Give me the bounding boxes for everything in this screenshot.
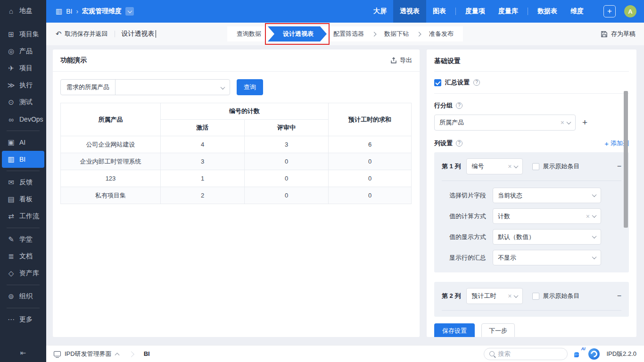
calc-method-value: 计数 — [498, 212, 584, 221]
cell-product: 123 — [61, 170, 161, 187]
sidebar-item-home[interactable]: ⌂ 地盘 — [2, 2, 44, 19]
sidebar-item-feedback[interactable]: ✉ 反馈 — [2, 174, 44, 191]
field-row: 显示行的汇总 不显示 — [442, 250, 621, 265]
collapse-column-button[interactable]: − — [617, 162, 621, 171]
chevron-up-icon — [115, 353, 119, 357]
step-query-data[interactable]: 查询数据 — [233, 30, 265, 38]
main-column: ▥ BI › 宏观管理维度 大屏 透视表 图表 度量项 度量库 数据表 维度 +… — [46, 0, 644, 362]
save-settings-button[interactable]: 保存设置 — [434, 323, 475, 337]
sidebar-item-project[interactable]: ✈ 项目 — [2, 60, 44, 77]
cell-sum: 0 — [329, 170, 412, 187]
search-input[interactable] — [498, 350, 562, 357]
step-design-pivot[interactable]: 设计透视表 — [268, 26, 327, 41]
tab-measures[interactable]: 度量项 — [459, 0, 492, 23]
preview-panel: 功能演示 导出 需求的所属产品 — [53, 49, 420, 337]
sidebar-item-academy[interactable]: ✎ 学堂 — [2, 231, 44, 248]
row-group-header: 行分组 — [434, 94, 629, 115]
show-raw-checkbox[interactable] — [532, 293, 539, 300]
sidebar-item-devops[interactable]: ∞ DevOps — [2, 111, 44, 128]
topbar-tabs: 大屏 透视表 图表 度量项 度量库 数据表 维度 — [367, 0, 590, 23]
tab-dashboard[interactable]: 大屏 — [367, 0, 393, 23]
query-button[interactable]: 查询 — [237, 79, 263, 95]
add-row-group-button[interactable]: + — [582, 117, 587, 128]
global-search[interactable] — [484, 348, 568, 360]
tab-dimensions[interactable]: 维度 — [564, 0, 590, 23]
create-new-button[interactable]: + — [603, 5, 616, 17]
column-1-field-select[interactable]: 编号 × — [466, 158, 523, 174]
chevron-down-icon — [592, 213, 597, 218]
sidebar-item-product[interactable]: ◎ 产品 — [2, 43, 44, 60]
breadcrumb-dropdown-button[interactable] — [125, 7, 134, 16]
sidebar-item-label: BI — [19, 156, 25, 163]
sidebar-item-test[interactable]: ⊙ 测试 — [2, 94, 44, 111]
calc-method-select[interactable]: 计数 × — [493, 208, 601, 224]
clear-icon[interactable]: × — [586, 213, 590, 220]
save-as-draft-label: 存为草稿 — [611, 30, 636, 38]
sidebar-item-label: 资产库 — [19, 269, 39, 278]
row-group-label: 行分组 — [434, 101, 453, 110]
ai-assistant-button[interactable]: ⋯ AI — [574, 350, 579, 358]
home-icon: ⌂ — [7, 7, 15, 15]
avatar[interactable]: A — [624, 5, 636, 17]
sidebar: ⌂ 地盘 ⊞ 项目集 ◎ 产品 ✈ 项目 ≫ 执行 ⊙ 测试 ∞ DevOps — [0, 0, 46, 362]
column-1-field-value: 编号 — [471, 162, 506, 171]
sidebar-item-ai[interactable]: ▣ AI — [2, 134, 44, 151]
pivot-toolbar: 取消保存并返回 设计透视表 查询数据 设计透视表 配置筛选器 数据下钻 准备发布 — [46, 23, 644, 45]
sidebar-item-assets[interactable]: ◇ 资产库 — [2, 265, 44, 282]
row-summary-select[interactable]: 不显示 — [493, 250, 601, 265]
slice-field-select[interactable]: 当前状态 — [493, 188, 601, 203]
table-row: 企业内部工时管理系统 3 0 0 — [61, 153, 412, 170]
cell-active: 3 — [161, 153, 245, 170]
chevron-down-icon — [592, 255, 597, 259]
save-as-draft-button[interactable]: 存为草稿 — [601, 30, 636, 38]
breadcrumb-app[interactable]: BI — [66, 8, 72, 15]
sidebar-item-label: 组织 — [19, 292, 33, 301]
sidebar-item-label: 学堂 — [19, 235, 33, 244]
tab-pivot-table[interactable]: 透视表 — [393, 0, 426, 23]
step-configure-filters[interactable]: 配置筛选器 — [330, 30, 368, 38]
sidebar-item-kanban[interactable]: ▤ 看板 — [2, 191, 44, 208]
filter-row: 需求的所属产品 查询 — [53, 72, 420, 95]
workspace-switcher[interactable]: IPD研发管理界面 — [54, 350, 119, 358]
export-button[interactable]: 导出 — [390, 56, 412, 65]
cell-review: 0 — [245, 187, 329, 204]
divider — [442, 181, 621, 181]
settings-scrollbar[interactable] — [624, 91, 628, 228]
sidebar-item-more[interactable]: ⋯ 更多 — [2, 311, 44, 328]
slice-field-value: 当前状态 — [498, 191, 593, 200]
step-design-pivot-wrap: 设计透视表 — [268, 26, 327, 41]
breadcrumb-page: 宏观管理维度 — [82, 7, 122, 16]
chevron-down-icon — [567, 120, 571, 124]
display-method-select[interactable]: 默认（数值） — [493, 229, 601, 245]
sidebar-item-docs[interactable]: ≣ 文档 — [2, 248, 44, 265]
clear-icon[interactable]: × — [508, 292, 512, 300]
summary-checkbox[interactable] — [434, 79, 441, 86]
sidebar-item-label: 项目集 — [19, 30, 39, 39]
sidebar-item-workflow[interactable]: ⇄ 工作流 — [2, 208, 44, 225]
help-icon[interactable] — [473, 79, 480, 86]
tab-charts[interactable]: 图表 — [426, 0, 453, 23]
show-raw-checkbox[interactable] — [532, 163, 539, 170]
step-prepare-publish[interactable]: 准备发布 — [425, 30, 457, 38]
clear-icon[interactable]: × — [508, 163, 512, 170]
sidebar-item-bi[interactable]: ▥ BI — [2, 151, 44, 168]
sidebar-item-execute[interactable]: ≫ 执行 — [2, 77, 44, 94]
help-icon[interactable] — [456, 102, 462, 109]
tab-data-tables[interactable]: 数据表 — [531, 0, 564, 23]
collapse-column-button[interactable]: − — [617, 292, 621, 300]
sidebar-item-project-sets[interactable]: ⊞ 项目集 — [2, 26, 44, 43]
clear-icon[interactable]: × — [561, 119, 564, 126]
column-2-field-select[interactable]: 预计工时 × — [466, 288, 523, 304]
tab-measure-library[interactable]: 度量库 — [492, 0, 525, 23]
sidebar-collapse-icon[interactable]: ⇤ — [0, 349, 46, 357]
sidebar-item-org[interactable]: ⊚ 组织 — [2, 288, 44, 305]
step-data-drill[interactable]: 数据下钻 — [380, 30, 413, 38]
help-icon[interactable] — [456, 140, 462, 147]
next-step-button[interactable]: 下一步 — [481, 323, 515, 337]
sidebar-item-label: 看板 — [19, 195, 33, 204]
cell-product: 企业内部工时管理系统 — [61, 153, 161, 170]
cancel-save-return-button[interactable]: 取消保存并返回 — [56, 30, 108, 38]
row-group-select[interactable]: 所属产品 × — [434, 115, 576, 131]
product-filter-select[interactable]: 需求的所属产品 — [60, 79, 230, 95]
pivot-title-input[interactable]: 设计透视表 — [122, 30, 156, 38]
